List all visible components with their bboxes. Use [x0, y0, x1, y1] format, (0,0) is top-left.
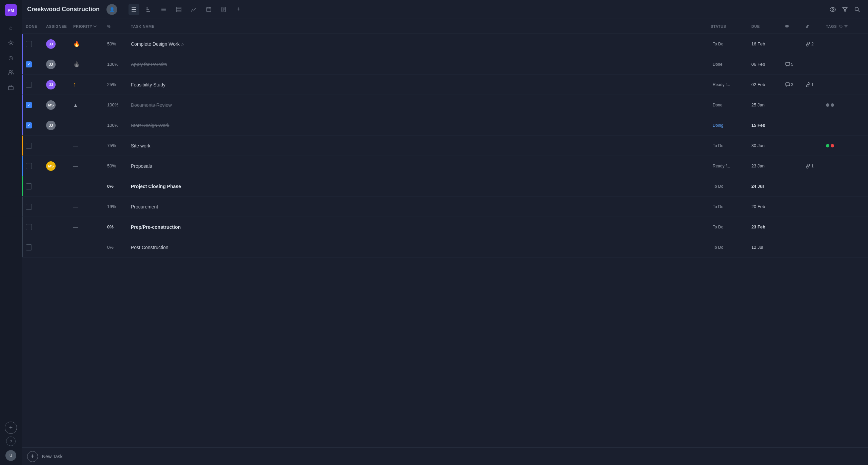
priority-icon: 🔥 — [73, 41, 80, 47]
row-status-bar — [22, 34, 23, 54]
task-percentage: 100% — [107, 62, 118, 67]
task-status[interactable]: To Do — [711, 244, 725, 250]
main-content: Creekwood Construction 👤 — [22, 0, 868, 465]
svg-point-0 — [10, 42, 12, 44]
task-percentage: 0% — [107, 224, 114, 229]
assignee-avatar[interactable]: JJ — [46, 39, 56, 49]
priority-icon: — — [73, 245, 78, 250]
row-status-bar — [22, 95, 23, 115]
board-view-button[interactable] — [158, 4, 169, 15]
col-pct: % — [106, 24, 130, 28]
task-due-date: 02 Feb — [751, 82, 765, 87]
task-status[interactable]: To Do — [711, 41, 725, 47]
priority-icon: — — [73, 143, 78, 148]
add-workspace-button[interactable]: + — [5, 422, 17, 434]
watch-button[interactable] — [827, 4, 838, 15]
task-status[interactable]: To Do — [711, 143, 725, 149]
links-icon[interactable]: 1 — [806, 164, 814, 168]
svg-rect-4 — [132, 7, 136, 8]
task-name[interactable]: Documents Review — [131, 102, 172, 108]
task-name[interactable]: Project Closing Phase — [131, 184, 181, 189]
task-checkbox[interactable] — [26, 122, 32, 128]
project-title: Creekwood Construction — [27, 6, 100, 13]
help-icon[interactable]: ? — [6, 437, 16, 446]
task-name[interactable]: Post Construction — [131, 245, 169, 250]
task-due-date: 25 Jan — [751, 102, 765, 107]
task-checkbox[interactable] — [26, 143, 32, 149]
chart-view-button[interactable] — [188, 4, 199, 15]
task-checkbox[interactable] — [26, 204, 32, 210]
task-status[interactable]: To Do — [711, 224, 725, 230]
assignee-avatar[interactable]: JJ — [46, 60, 56, 69]
task-status[interactable]: To Do — [711, 183, 725, 189]
assignee-avatar[interactable]: JJ — [46, 80, 56, 89]
task-due-date: 06 Feb — [751, 62, 765, 67]
task-status[interactable]: Ready f... — [711, 163, 732, 169]
links-icon[interactable]: 1 — [806, 82, 814, 87]
sidebar-item-people[interactable] — [5, 66, 17, 79]
task-name[interactable]: Site work — [131, 143, 151, 148]
sidebar-item-home[interactable]: ⌂ — [5, 22, 17, 34]
task-due-date: 12 Jul — [751, 245, 763, 250]
app-logo[interactable]: PM — [5, 4, 17, 16]
svg-point-30 — [840, 26, 840, 26]
table-row: —75%Site workTo Do30 Jun — [22, 136, 868, 156]
svg-rect-9 — [146, 11, 150, 12]
sidebar-item-projects[interactable] — [5, 81, 17, 94]
gantt-view-button[interactable] — [143, 4, 154, 15]
table-row: —19%ProcurementTo Do20 Feb — [22, 197, 868, 217]
task-checkbox[interactable] — [26, 102, 32, 108]
task-status[interactable]: To Do — [711, 204, 725, 210]
tags-cell — [825, 103, 865, 107]
priority-icon: — — [73, 123, 78, 128]
task-checkbox[interactable] — [26, 244, 32, 250]
task-name[interactable]: Feasibility Study — [131, 82, 165, 87]
task-checkbox[interactable] — [26, 224, 32, 230]
task-name[interactable]: Prep/Pre-construction — [131, 224, 181, 230]
links-icon[interactable]: 2 — [806, 42, 814, 46]
col-priority[interactable]: PRIORITY — [72, 24, 106, 28]
table-view-button[interactable] — [173, 4, 184, 15]
table-row: —0%Prep/Pre-constructionTo Do23 Feb — [22, 217, 868, 237]
table-row: MS▲100%Documents ReviewDone25 Jan — [22, 95, 868, 115]
task-name[interactable]: Procurement — [131, 204, 158, 209]
project-avatar: 👤 — [106, 4, 117, 15]
toolbar-divider — [123, 6, 123, 13]
task-checkbox[interactable] — [26, 183, 32, 189]
task-status[interactable]: Done — [711, 102, 725, 108]
assignee-avatar[interactable]: MS — [46, 100, 56, 110]
task-name[interactable]: Complete Design Work — [131, 41, 184, 47]
sidebar-item-recent[interactable]: ◷ — [5, 52, 17, 64]
add-view-button[interactable]: + — [233, 4, 244, 15]
priority-icon: — — [73, 163, 78, 169]
assignee-avatar[interactable]: JJ — [46, 121, 56, 130]
calendar-view-button[interactable] — [203, 4, 214, 15]
task-status[interactable]: Doing — [711, 122, 725, 128]
col-done: DONE — [24, 24, 45, 28]
svg-rect-29 — [786, 25, 789, 27]
list-view-button[interactable] — [129, 4, 139, 15]
sidebar-item-notifications[interactable] — [5, 37, 17, 49]
task-status[interactable]: Ready f... — [711, 82, 732, 88]
comments-icon[interactable]: 5 — [785, 62, 793, 67]
comments-icon[interactable]: 3 — [785, 82, 793, 87]
col-due: DUE — [750, 24, 784, 28]
task-checkbox[interactable] — [26, 41, 32, 47]
svg-rect-10 — [161, 8, 166, 8]
add-task-button[interactable]: + — [27, 451, 38, 462]
task-checkbox[interactable] — [26, 163, 32, 169]
filter-button[interactable] — [840, 4, 850, 15]
table-row: JJ—100%Start Design WorkDoing15 Feb — [22, 115, 868, 136]
task-status[interactable]: Done — [711, 61, 725, 67]
task-checkbox[interactable] — [26, 82, 32, 88]
task-name[interactable]: Apply for Permits — [131, 62, 167, 67]
task-percentage: 0% — [107, 245, 114, 250]
search-button[interactable] — [852, 4, 863, 15]
task-checkbox[interactable] — [26, 61, 32, 67]
task-name[interactable]: Proposals — [131, 163, 152, 169]
doc-view-button[interactable] — [218, 4, 229, 15]
tag-dot — [831, 144, 834, 147]
task-name[interactable]: Start Design Work — [131, 123, 169, 128]
user-avatar[interactable]: U — [5, 450, 16, 461]
assignee-avatar[interactable]: MS — [46, 161, 56, 171]
